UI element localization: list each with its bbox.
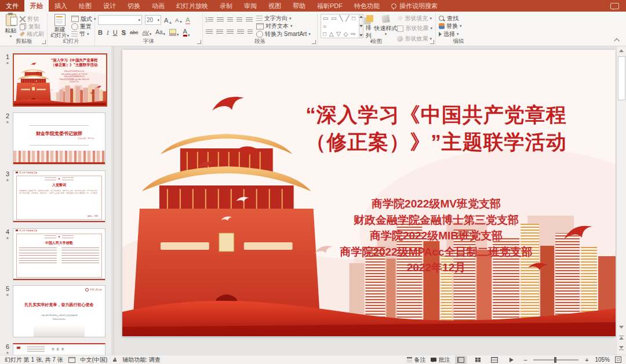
new-slide-button[interactable]: 新建 幻灯片▾ (50, 14, 69, 38)
tab-slideshow[interactable]: 幻灯片放映 (170, 0, 214, 12)
tab-foxit-pdf[interactable]: 福昕PDF (311, 0, 348, 12)
layout-button[interactable]: 版式▾ (71, 15, 96, 23)
align-text-button[interactable]: 对齐文本▾ (256, 23, 311, 30)
increase-indent-icon[interactable] (236, 17, 242, 23)
notes-icon (407, 357, 412, 363)
convert-smartart-button[interactable]: 转换为 SmartArt▾ (256, 30, 311, 38)
scrollbar-thumb[interactable] (618, 56, 625, 100)
strikethrough-button[interactable]: abc (130, 30, 139, 35)
tab-view[interactable]: 视图 (263, 0, 287, 12)
comments-toggle[interactable]: 批注 (431, 356, 450, 364)
zoom-slider[interactable] (533, 359, 578, 361)
shape-fill-button[interactable]: 形状填充▾ (397, 14, 432, 22)
vertical-scrollbar[interactable] (616, 46, 626, 355)
tab-record[interactable]: 录制 (214, 0, 238, 12)
slide-canvas[interactable]: “深入学习《中国共产党章程 （修正案）》”主题联学活动 商学院2022级MV班党… (122, 50, 616, 336)
tell-me-search[interactable]: 操作说明搜索 (385, 0, 443, 12)
decrease-indent-icon[interactable] (227, 17, 233, 23)
slide-thumbnail-4[interactable]: 深入学习党章修正案 ★ 中国人民大学校歌 (13, 228, 105, 281)
slide-editor-area: “深入学习《中国共产党章程 （修正案）》”主题联学活动 商学院2022级MV班党… (114, 46, 617, 355)
language-indicator[interactable]: 中文(中国) (81, 356, 108, 364)
shapes-gallery-scroll[interactable] (359, 14, 363, 38)
reading-view-button[interactable] (489, 356, 500, 364)
align-right-icon[interactable] (227, 30, 234, 35)
zoom-out-button[interactable]: − (522, 356, 528, 363)
tab-animations[interactable]: 动画 (146, 0, 170, 12)
slide-thumbnail-5[interactable]: 中国人民大学 扎扎实实学好党章，奋力践行初心使命 中国人民大学马克思主义学院博士… (13, 285, 105, 337)
previous-slide-button[interactable] (617, 333, 626, 342)
slide-thumbnail-3[interactable]: 深入学习党章修正案 ★ 入党誓词 我志愿加入中国共产党，拥护党的纲领，遵守党的章… (13, 170, 105, 223)
accessibility-status[interactable]: 辅助功能: 调查 (122, 356, 161, 364)
find-button[interactable]: 查找 (439, 14, 478, 22)
section-button[interactable]: 节▾ (71, 30, 96, 38)
clipboard-dialog-launcher[interactable] (42, 40, 46, 44)
justify-icon[interactable] (237, 30, 244, 35)
slide-sorter-view-button[interactable] (472, 356, 483, 364)
change-case-button[interactable]: Aa▾ (155, 29, 165, 35)
shapes-row[interactable]: □ △ ▽ ◇ ⇨ ⇩ (323, 30, 357, 38)
scroll-up-button[interactable] (617, 46, 626, 55)
slideshow-view-button[interactable] (505, 356, 517, 364)
font-color-button[interactable]: A▾ (183, 28, 190, 37)
tab-home[interactable]: 开始 (24, 0, 49, 12)
shrink-font-button[interactable]: A (175, 17, 183, 23)
comments-bubble-icon[interactable] (610, 3, 619, 9)
clear-formatting-button[interactable]: A (185, 16, 190, 24)
editing-group-label: 编辑 (453, 38, 464, 44)
drawing-dialog-launcher[interactable] (430, 40, 434, 44)
text-direction-button[interactable]: 文字方向▾ (256, 14, 311, 22)
tab-help[interactable]: 帮助 (287, 0, 311, 12)
display-settings-icon[interactable] (68, 357, 75, 363)
grow-font-button[interactable]: A (164, 17, 172, 24)
columns-icon[interactable] (248, 30, 253, 35)
cursor-icon (439, 32, 442, 37)
tab-insert[interactable]: 插入 (49, 0, 73, 12)
normal-view-button[interactable] (455, 356, 467, 364)
next-slide-button[interactable] (617, 344, 626, 352)
slide-thumbnail-6[interactable]: 国际歌 (13, 343, 105, 355)
fit-slide-to-window-button[interactable] (615, 356, 621, 363)
scroll-down-button[interactable] (617, 323, 626, 332)
zoom-percentage[interactable]: 105% (595, 356, 610, 363)
slide-thumbnail-1[interactable]: “深入学习《中国共产党章程（修正案）》”主题联学活动 商学院2022级MV班党支… (13, 53, 107, 107)
character-spacing-button[interactable]: AV▾ (142, 30, 151, 35)
shapes-gallery[interactable]: ▭ ▭ ╲ ╱ □ ○ □ △ ▽ ◇ ⇨ ⇩ ◇ ○ ∩ ~ { } (321, 14, 359, 38)
font-dialog-launcher[interactable] (197, 40, 201, 44)
notes-toggle[interactable]: 备注 (407, 356, 425, 364)
underline-button[interactable]: U (113, 29, 118, 36)
bullets-icon[interactable] (206, 17, 213, 23)
format-painter-button[interactable]: 格式刷 (20, 30, 44, 38)
paste-button[interactable]: 粘贴 ▾ (4, 14, 17, 38)
cut-button[interactable]: 剪切 (20, 15, 44, 23)
tab-review[interactable]: 审阅 (238, 0, 263, 12)
zoom-slider-thumb[interactable] (554, 357, 556, 363)
highlight-color-button[interactable]: ▾ (169, 29, 179, 36)
panel-scrollbar[interactable] (111, 46, 114, 355)
numbering-icon[interactable] (217, 17, 224, 23)
paragraph-dialog-launcher[interactable] (312, 40, 316, 44)
slide-subtitle-textbox[interactable]: 商学院2022级MV班党支部 财政金融学院金融博士第三党支部 商学院2022级M… (265, 196, 607, 276)
tab-transitions[interactable]: 切换 (122, 0, 146, 12)
text-shadow-button[interactable]: S (122, 29, 126, 36)
font-size-combobox[interactable]: 20▾ (145, 15, 161, 25)
copy-button[interactable]: 复制 (20, 23, 44, 30)
tab-design[interactable]: 设计 (97, 0, 122, 12)
tab-draw[interactable]: 绘图 (73, 0, 97, 12)
collapse-ribbon-button[interactable] (613, 37, 621, 43)
tab-file[interactable]: 文件 (0, 0, 24, 12)
shape-outline-button[interactable]: 形状轮廓▾ (397, 25, 432, 32)
slide-thumbnail-2[interactable]: 财金学院党委书记致辞 主讲老师：孙华玲 (13, 112, 105, 165)
slide-title-textbox[interactable]: “深入学习《中国共产党章程 （修正案）》”主题联学活动 (265, 101, 607, 155)
tab-special-features[interactable]: 特色功能 (348, 0, 385, 12)
font-name-combobox[interactable]: ▾ (98, 15, 142, 25)
zoom-in-button[interactable]: + (584, 356, 589, 363)
reset-button[interactable]: 重置 (71, 23, 96, 30)
replace-button[interactable]: 替换▾ (439, 23, 478, 30)
align-center-icon[interactable] (216, 30, 223, 35)
line-spacing-icon[interactable] (246, 17, 253, 23)
shapes-row[interactable]: ▭ ▭ ╲ ╱ □ ○ (323, 14, 357, 30)
italic-button[interactable]: I (107, 29, 109, 36)
bold-button[interactable]: B (98, 29, 103, 36)
select-button[interactable]: 选择▾ (439, 30, 478, 38)
align-left-icon[interactable] (206, 30, 213, 35)
